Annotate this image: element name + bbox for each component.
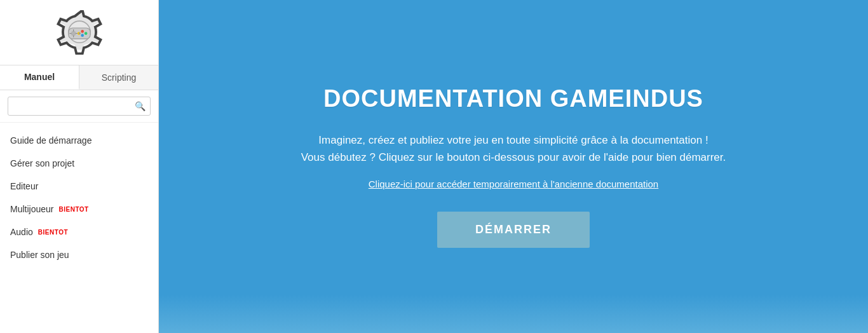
nav-item-multijoueur[interactable]: Multijoueur BIENTOT [0,198,158,221]
svg-point-5 [81,34,84,37]
svg-point-2 [71,31,76,36]
description-line1: Imaginez, créez et publiez votre jeu en … [318,134,708,146]
nav-label-guide: Guide de démarrage [10,135,92,146]
nav-label-editeur: Editeur [10,181,38,191]
nav-item-publier[interactable]: Publier son jeu [0,243,158,266]
logo-area [0,0,158,65]
doc-link[interactable]: Cliquez-ici pour accéder temporairement … [369,179,658,189]
svg-point-3 [81,30,84,33]
logo-icon [54,10,105,55]
nav-items: Guide de démarrage Gérer son projet Edit… [0,123,158,333]
svg-point-4 [84,32,87,35]
sidebar: Manuel Scripting 🔍 Guide de démarrage Gé… [0,0,159,333]
nav-item-audio[interactable]: Audio BIENTOT [0,221,158,243]
nav-label-projet: Gérer son projet [10,158,74,168]
main-description: Imaginez, créez et publiez votre jeu en … [301,132,726,166]
main-title: DOCUMENTATION GAMEINDUS [323,85,703,112]
search-container: 🔍 [0,90,158,123]
tabs: Manuel Scripting [0,65,158,90]
search-wrapper: 🔍 [8,97,151,116]
nav-item-guide[interactable]: Guide de démarrage [0,129,158,152]
nav-label-audio: Audio [10,227,33,237]
badge-audio: BIENTOT [38,229,68,236]
description-line2: Vous débutez ? Cliquez sur le bouton ci-… [301,151,726,163]
nav-item-projet[interactable]: Gérer son projet [0,152,158,175]
badge-multijoueur: BIENTOT [58,206,88,213]
nav-label-multijoueur: Multijoueur [10,204,53,214]
nav-item-editeur[interactable]: Editeur [0,175,158,198]
search-input[interactable] [8,97,151,116]
tab-manuel[interactable]: Manuel [0,65,79,90]
start-button[interactable]: DÉMARRER [437,212,590,248]
main-content: DOCUMENTATION GAMEINDUS Imaginez, créez … [159,0,868,333]
tab-scripting[interactable]: Scripting [79,65,158,90]
svg-point-7 [78,32,80,34]
nav-label-publier: Publier son jeu [10,250,69,260]
